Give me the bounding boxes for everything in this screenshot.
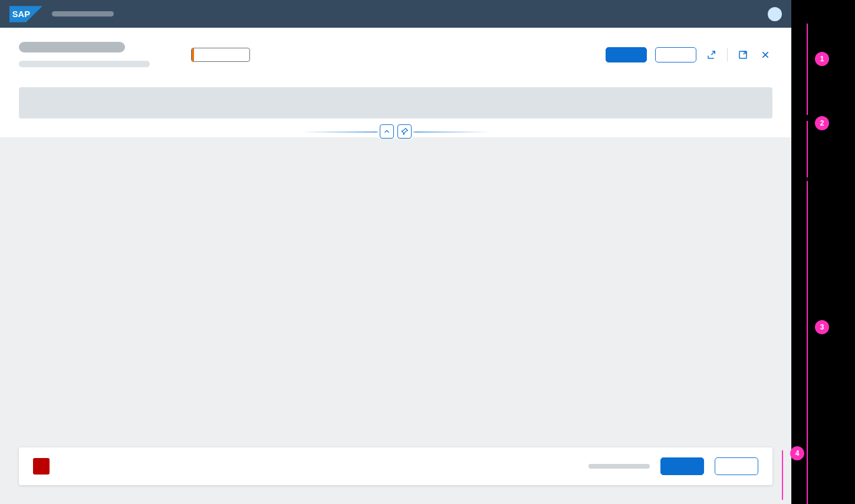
pin-header-button[interactable] [397, 124, 412, 139]
footer-right [588, 457, 758, 475]
annotation-dot: 4 [790, 446, 804, 460]
pin-icon [400, 127, 409, 136]
annotation-dot: 3 [815, 320, 829, 334]
title-row [19, 42, 250, 67]
annotation-dot: 1 [815, 52, 829, 66]
error-indicator[interactable] [33, 458, 50, 475]
object-header-strip [19, 87, 772, 118]
header-top [19, 42, 772, 67]
annotation-dot: 2 [815, 116, 829, 130]
close-icon[interactable] [758, 48, 772, 62]
shell-bar: SAP [0, 0, 791, 28]
sap-logo: SAP [9, 6, 42, 22]
page-title-placeholder [19, 42, 125, 52]
annotation-line [782, 450, 783, 500]
fullscreen-icon[interactable] [736, 48, 750, 62]
page-header [0, 28, 791, 126]
header-actions [606, 47, 772, 62]
shell-left: SAP [9, 6, 114, 22]
header-secondary-button[interactable] [655, 47, 696, 62]
svg-text:SAP: SAP [12, 9, 30, 18]
status-chip [191, 48, 250, 62]
collapse-controls [379, 124, 413, 139]
annotation-column: 1234 [791, 0, 855, 504]
footer-primary-button[interactable] [660, 457, 704, 475]
app-inner: SAP [0, 0, 791, 504]
avatar[interactable] [768, 7, 782, 21]
page-subtitle-placeholder [19, 61, 150, 67]
footer-draft-placeholder [588, 464, 650, 469]
footer-left [33, 458, 50, 475]
annotation-line [807, 181, 808, 504]
shell-title-placeholder [52, 11, 114, 17]
share-icon[interactable] [705, 48, 719, 62]
title-stack [19, 42, 150, 67]
chevron-up-icon [383, 127, 391, 136]
separator [727, 48, 728, 62]
app-frame: SAP [0, 0, 791, 504]
collapse-header-button[interactable] [380, 124, 394, 139]
footer-bar [19, 447, 772, 485]
footer-secondary-button[interactable] [715, 457, 758, 475]
root: SAP [0, 0, 855, 504]
annotation-line [807, 24, 808, 115]
header-primary-button[interactable] [606, 47, 647, 62]
collapse-separator [0, 126, 791, 137]
below-shell [0, 28, 791, 504]
annotation-line [807, 121, 808, 177]
